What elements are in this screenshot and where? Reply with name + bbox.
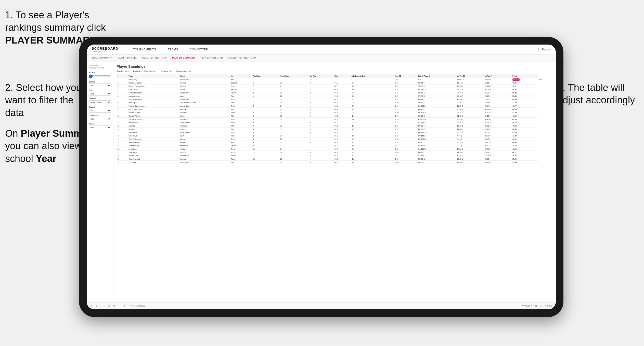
col-reg-rank: Reg Rank xyxy=(252,74,279,78)
nav-tournaments[interactable]: TOURNAMENTS xyxy=(131,47,158,52)
table-row[interactable]: 3Michael ThorbjornsenStanfordFourth28168… xyxy=(117,85,553,88)
filter-pill-division: Division: NCAA Division I xyxy=(133,70,157,72)
logo-text: SCOREBOARD xyxy=(92,47,118,50)
col-vs25: Vs Top 25 xyxy=(456,74,484,78)
table-row[interactable]: 26Petr HrubyWashingtonFifth725068.6-1.81… xyxy=(117,161,553,164)
division-filter-label: Division: xyxy=(133,70,142,72)
table-row[interactable]: 5Christo LamprechtGeorgia TechFourth2212… xyxy=(117,91,553,94)
division-select[interactable]: NCAA Division I xyxy=(89,100,111,104)
filter-no-rds: No Rds. xyxy=(89,72,111,79)
table-row[interactable]: 22Ian GilliganFloridaThird1024168.7-0.81… xyxy=(117,147,553,151)
table-row[interactable]: 17David FordNorth CarolinaThird421069.0-… xyxy=(117,131,553,134)
table-row[interactable]: 6Jackson KoivunAuburnFirst127167.3-2.02.… xyxy=(117,94,553,98)
instruction-bottom-bold2: Year xyxy=(36,153,56,164)
col-school: School xyxy=(178,74,230,78)
table-row[interactable]: 13Phichaksn MaichonTexas A&MThird630169.… xyxy=(117,118,553,121)
instruction-3-text: 3. The table will adjust accordingly xyxy=(557,82,635,105)
dash-icon[interactable]: — xyxy=(118,305,120,307)
table-row[interactable]: 11Gordon SargentVanderbiltThird421068.7-… xyxy=(117,111,553,114)
filter-player: Player (All) xyxy=(89,123,111,129)
no-rds-slider[interactable] xyxy=(89,74,111,78)
table-row[interactable]: 20Matthew RiedelVanderbiltFifth923068.8-… xyxy=(117,141,553,144)
undo-icon[interactable]: ↺ xyxy=(91,305,93,307)
col-wins: Wins xyxy=(333,74,351,78)
filter-year: Year (All) First Second Third Fourth Fif… xyxy=(89,89,111,96)
table-row[interactable]: 16Alex GoffKentuckyFifth819068.3-1.71.92… xyxy=(117,128,553,131)
back-icon[interactable]: ‹ xyxy=(101,305,101,307)
table-row[interactable]: 18Luke PowellUCLAFirst424169.1-1.81.1350… xyxy=(117,134,553,137)
col-yr: Yr xyxy=(230,74,252,78)
table-row[interactable]: 10Jacob Skov OlesenArkansasFifth121068.4… xyxy=(117,108,553,111)
copy-icon[interactable]: ⧉ xyxy=(113,305,115,307)
top-nav: SCOREBOARD Powered by dippi TOURNAMENTS … xyxy=(87,45,556,54)
gender-select[interactable]: Men Women xyxy=(89,84,111,87)
table-row[interactable]: 15Jake HallTennesseeFifth718068.5-1.51.6… xyxy=(117,124,553,128)
update-time: Update time: 27/03/2024 16:56:26 xyxy=(89,64,111,69)
year-select[interactable]: (All) First Second Third Fourth Fifth xyxy=(89,92,111,96)
table-row[interactable]: 7Nicholas GabrelcikNorth FloridaFourth12… xyxy=(117,98,553,101)
sub-nav-team-summary[interactable]: TEAM SUMMARY xyxy=(92,56,112,60)
table-row[interactable]: 21Taehoon SongWashingtonFourth423169.1-1… xyxy=(117,144,553,147)
logo-sub: Powered by dippi xyxy=(92,50,118,52)
nav-committee[interactable]: COMMITTEE xyxy=(188,47,210,52)
col-overall: Overall Record xyxy=(417,74,456,78)
player-select[interactable]: (All) xyxy=(89,126,111,129)
toolbar-icon3[interactable]: ⤢ xyxy=(540,305,542,307)
table-row[interactable]: 25Cole SherwoodVanderbiltFourth1223169.3… xyxy=(117,157,553,161)
filter-pill-region: Region: All xyxy=(161,70,172,72)
sign-out-button[interactable]: Sign out xyxy=(541,48,551,51)
col-no-rds: No. Rds. xyxy=(308,74,333,78)
instruction-3: 3. The table will adjust accordingly xyxy=(557,81,639,107)
bottom-toolbar: ↺ ↻ ‹ › ⊞ ⧉ — ⏱ 👁 View: Original 👁 Watch… xyxy=(87,302,556,309)
no-rds-label: No Rds. xyxy=(89,72,111,73)
table-row[interactable]: 8Mats EgeEast Tennessee StateFifth124268… xyxy=(117,101,553,104)
share-button[interactable]: ⤴ Share xyxy=(545,305,552,307)
forward-icon[interactable]: › xyxy=(105,305,105,307)
sub-nav-player-summary[interactable]: PLAYER SUMMARY xyxy=(172,56,195,60)
sub-nav-team-h2h-heatmap[interactable]: TEAM H2H HEATMAP xyxy=(142,56,167,60)
table-row[interactable]: 23Jack LundinMissouriFourth1124068.6-2.3… xyxy=(117,151,553,154)
grid-icon[interactable]: ⊞ xyxy=(108,305,110,307)
tablet: SCOREBOARD Powered by dippi TOURNAMENTS … xyxy=(79,37,563,317)
filter-pill-gender: Gender: Men xyxy=(117,70,129,72)
col-points: Points xyxy=(511,74,538,78)
table-row[interactable]: 2Michael Le SassoOle MissSecond118067.1-… xyxy=(117,81,553,85)
division-label: Division xyxy=(89,98,111,100)
gender-label: Gender xyxy=(89,81,111,83)
watch-button[interactable]: 👁 Watch ▾ xyxy=(522,305,532,307)
table-row[interactable]: 4Luke ClatonFloridaSecond127268.2-1.61.9… xyxy=(117,88,553,91)
sub-nav-player-h2h-grid[interactable]: PLAYER H2H GRID xyxy=(201,56,223,60)
watch-label: Watch xyxy=(524,305,530,307)
sub-nav-team-h2h-grid[interactable]: TEAM H2H GRID xyxy=(117,56,137,60)
region-filter-label: Region: xyxy=(161,70,169,72)
clock-icon[interactable]: ⏱ xyxy=(123,305,126,307)
col-num: # xyxy=(117,74,127,78)
table-row[interactable]: 9Preston SummerhaysArizona StateThird324… xyxy=(117,104,553,108)
player-label: Player xyxy=(89,123,111,125)
main-content: Update time: 27/03/2024 16:56:26 No Rds.… xyxy=(87,62,556,302)
filters-row: Gender: Men Division: NCAA Division I Re… xyxy=(117,70,553,72)
logo-area: SCOREBOARD Powered by dippi xyxy=(92,47,118,52)
conference-label: Conference xyxy=(89,115,111,116)
redo-icon[interactable]: ↻ xyxy=(96,305,98,307)
filter-conference: Conference (All) xyxy=(89,115,111,121)
conference-select[interactable]: (All) xyxy=(89,117,111,121)
table-title: Player Standings xyxy=(117,64,553,68)
division-filter-val: NCAA Division I xyxy=(143,70,157,72)
table-row[interactable]: 14Maxwell FordNorth CarolinaThird323069.… xyxy=(117,121,553,124)
col-adj-score: Adj. Score to Par xyxy=(351,74,394,78)
col-avg-sg: Avg SG xyxy=(394,74,417,78)
sub-nav-player-h2h-heatmap[interactable]: PLAYER H2H HEATMAP xyxy=(228,56,256,60)
table-row[interactable]: 1Wenyi DingArizona StateFirst1115167.1-3… xyxy=(117,78,553,81)
update-time-value: 27/03/2024 16:56:26 xyxy=(89,67,104,69)
region-select[interactable]: N/A xyxy=(89,109,111,113)
table-row[interactable]: 19Tiger ChristensenArizonaThird523269.2-… xyxy=(117,137,553,141)
table-row[interactable]: 12Brendan ValdesAuburnFifth537068.4-1.11… xyxy=(117,114,553,118)
col-player: Player xyxy=(127,74,178,78)
nav-teams[interactable]: TEAMS xyxy=(166,47,180,52)
col-conf-rank: Conf Rank xyxy=(279,74,308,78)
table-row[interactable]: 24Bastien AmatNew MexicoFourth127269.4-1… xyxy=(117,154,553,157)
toolbar-icon2[interactable]: ⊡ xyxy=(535,305,537,307)
filter-pill-conference: Conference: All xyxy=(176,70,191,72)
conference-filter-val: All xyxy=(189,70,191,72)
